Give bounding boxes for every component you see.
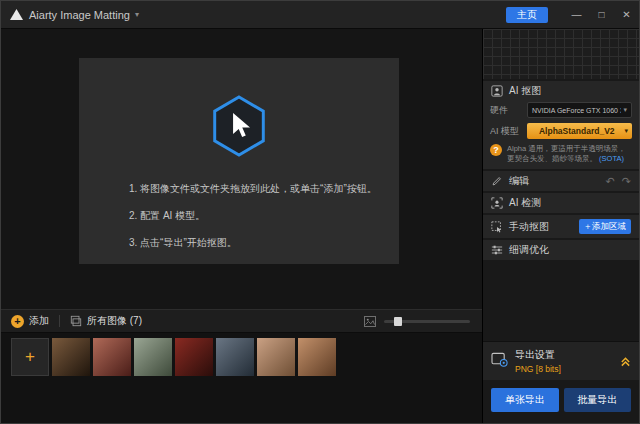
- slider-handle[interactable]: [394, 317, 402, 326]
- export-format: PNG [8 bits]: [515, 364, 561, 374]
- ai-matting-title: AI 抠图: [509, 84, 541, 98]
- canvas-area: 1. 将图像文件或文件夹拖放到此处，或单击“添加”按钮。 2. 配置 AI 模型…: [1, 29, 482, 309]
- ai-detect-icon: [491, 197, 503, 209]
- hint-line-2: 更契合头发、婚纱等场景。: [507, 154, 597, 163]
- single-export-button[interactable]: 单张导出: [491, 388, 559, 412]
- edit-header[interactable]: 编辑 ↶ ↷: [483, 171, 639, 191]
- home-button[interactable]: 主页: [506, 7, 548, 23]
- ai-matting-icon: [491, 85, 503, 97]
- instruction-line-2: 2. 配置 AI 模型。: [129, 209, 377, 223]
- batch-export-button[interactable]: 批量导出: [564, 388, 632, 412]
- pencil-icon: [491, 175, 503, 187]
- manual-matting-header[interactable]: 手动抠图 ＋添加区域: [483, 215, 639, 238]
- sliders-icon: [491, 244, 503, 256]
- chevron-down-icon: ▾: [623, 106, 627, 114]
- thumbnail-2[interactable]: [93, 338, 131, 376]
- export-bits-value: [8 bits]: [536, 364, 561, 374]
- hexagon-cursor-icon: [209, 94, 269, 162]
- export-buttons: 单张导出 批量导出: [483, 380, 639, 423]
- add-region-button[interactable]: ＋添加区域: [579, 219, 632, 234]
- sidebar: AI 抠图 硬件 NVIDIA GeForce GTX 1060 3GB ▾ A…: [483, 29, 639, 423]
- section-ai-matting: AI 抠图 硬件 NVIDIA GeForce GTX 1060 3GB ▾ A…: [483, 81, 639, 169]
- section-finetune: 细调优化: [483, 240, 639, 260]
- ai-matting-body: 硬件 NVIDIA GeForce GTX 1060 3GB ▾ AI 模型 A…: [483, 101, 639, 169]
- export-settings-icon: [491, 352, 508, 371]
- export-settings-label: 导出设置: [515, 348, 561, 362]
- model-row: AI 模型 AlphaStandard_V2 ▾: [490, 123, 632, 139]
- section-manual-matting: 手动抠图 ＋添加区域: [483, 215, 639, 238]
- photos-stack-icon: [70, 315, 82, 327]
- drop-instructions: 1. 将图像文件或文件夹拖放到此处，或单击“添加”按钮。 2. 配置 AI 模型…: [129, 182, 377, 263]
- export-format-value: PNG: [515, 364, 533, 374]
- finetune-header[interactable]: 细调优化: [483, 240, 639, 260]
- filmstrip: + 添加 所有图像 (7): [1, 309, 482, 423]
- close-button[interactable]: ✕: [614, 1, 639, 28]
- thumbnail-3[interactable]: [134, 338, 172, 376]
- edit-title: 编辑: [509, 174, 529, 188]
- transparency-grid-preview: [483, 29, 639, 79]
- add-button-label: 添加: [29, 314, 49, 328]
- finetune-title: 细调优化: [509, 243, 549, 257]
- main-area: 1. 将图像文件或文件夹拖放到此处，或单击“添加”按钮。 2. 配置 AI 模型…: [1, 29, 483, 423]
- ai-detect-title: AI 检测: [509, 196, 541, 210]
- instruction-line-1: 1. 将图像文件或文件夹拖放到此处，或单击“添加”按钮。: [129, 182, 377, 196]
- sidebar-filler: [483, 260, 639, 341]
- minimize-button[interactable]: —: [564, 1, 589, 28]
- filmstrip-toolbar: + 添加 所有图像 (7): [1, 310, 482, 333]
- app-window: Aiarty Image Matting ▾ 主页 — □ ✕ 1. 将图像文: [0, 0, 640, 424]
- tab-all-images-label: 所有图像 (7): [87, 314, 142, 328]
- manual-matting-icon: [491, 221, 503, 233]
- model-value: AlphaStandard_V2: [531, 126, 622, 136]
- export-settings-text: 导出设置 PNG [8 bits]: [515, 348, 561, 374]
- add-icon: +: [11, 315, 24, 328]
- thumbnail-4[interactable]: [175, 338, 213, 376]
- thumbnail-5[interactable]: [216, 338, 254, 376]
- thumbnail-7[interactable]: [298, 338, 336, 376]
- model-hint-text: Alpha 通用，更适用于半透明场景， 更契合头发、婚纱等场景。 (SOTA): [507, 144, 626, 164]
- model-label: AI 模型: [490, 125, 522, 138]
- app-menu-caret-icon[interactable]: ▾: [135, 10, 139, 19]
- undo-icon[interactable]: ↶: [606, 176, 615, 187]
- toolbar-divider: [59, 315, 60, 327]
- hardware-value: NVIDIA GeForce GTX 1060 3GB: [532, 107, 621, 114]
- redo-icon[interactable]: ↷: [622, 176, 631, 187]
- dropzone[interactable]: 1. 将图像文件或文件夹拖放到此处，或单击“添加”按钮。 2. 配置 AI 模型…: [79, 58, 399, 264]
- tab-all-images[interactable]: 所有图像 (7): [70, 314, 142, 328]
- body: 1. 将图像文件或文件夹拖放到此处，或单击“添加”按钮。 2. 配置 AI 模型…: [1, 29, 639, 423]
- sota-link[interactable]: (SOTA): [599, 154, 624, 163]
- chevron-down-icon: ▾: [624, 127, 628, 135]
- hint-line-1: Alpha 通用，更适用于半透明场景，: [507, 144, 626, 153]
- model-select[interactable]: AlphaStandard_V2 ▾: [527, 123, 632, 139]
- thumbnail-1[interactable]: [52, 338, 90, 376]
- thumbnail-size-slider[interactable]: [384, 320, 470, 323]
- add-button[interactable]: + 添加: [11, 314, 49, 328]
- section-ai-detect: AI 检测: [483, 193, 639, 213]
- hardware-row: 硬件 NVIDIA GeForce GTX 1060 3GB ▾: [490, 102, 632, 118]
- export-settings[interactable]: 导出设置 PNG [8 bits]: [483, 341, 639, 380]
- hardware-select[interactable]: NVIDIA GeForce GTX 1060 3GB ▾: [527, 102, 632, 118]
- maximize-button[interactable]: □: [589, 1, 614, 28]
- thumbnail-size-icon: [364, 315, 376, 327]
- instruction-line-3: 3. 点击“导出”开始抠图。: [129, 236, 377, 250]
- model-hint: ? Alpha 通用，更适用于半透明场景， 更契合头发、婚纱等场景。 (SOTA…: [490, 144, 632, 164]
- thumbnail-6[interactable]: [257, 338, 295, 376]
- manual-matting-title: 手动抠图: [509, 220, 549, 234]
- help-icon[interactable]: ?: [490, 144, 502, 156]
- section-edit: 编辑 ↶ ↷: [483, 171, 639, 191]
- collapse-chevrons-icon[interactable]: [620, 356, 631, 367]
- add-image-tile[interactable]: +: [11, 338, 49, 376]
- titlebar: Aiarty Image Matting ▾ 主页 — □ ✕: [1, 1, 639, 29]
- thumbnail-strip: +: [1, 333, 482, 381]
- hardware-label: 硬件: [490, 104, 522, 117]
- app-logo-icon: [10, 9, 23, 20]
- app-title: Aiarty Image Matting: [29, 9, 130, 21]
- ai-detect-header[interactable]: AI 检测: [483, 193, 639, 213]
- ai-matting-header[interactable]: AI 抠图: [483, 81, 639, 101]
- history-controls: ↶ ↷: [606, 176, 631, 187]
